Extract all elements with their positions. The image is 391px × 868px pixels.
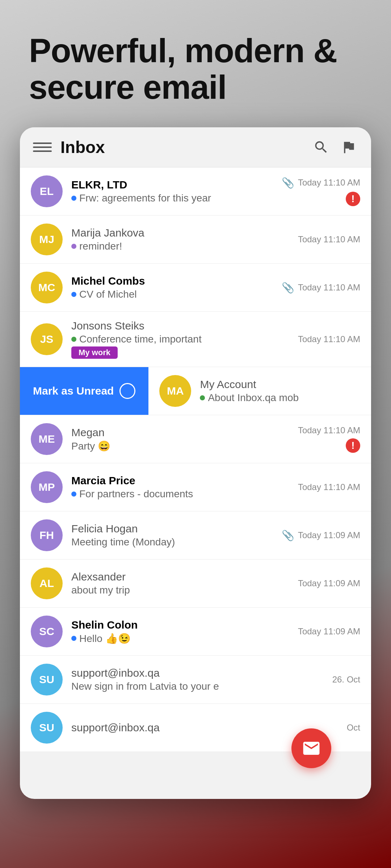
avatar: MJ	[31, 224, 63, 255]
unread-dot	[71, 337, 76, 342]
email-sender: Michel Combs	[71, 275, 277, 287]
avatar: ME	[31, 423, 63, 455]
email-item[interactable]: SU support@inbox.qa New sign in from Lat…	[20, 656, 371, 704]
email-time: Today 11:10 AM	[298, 234, 360, 244]
email-meta: 26. Oct	[332, 675, 360, 685]
email-item[interactable]: EL ELKR, LTD Frw: agreements for this ye…	[20, 167, 371, 216]
unread-dot	[71, 244, 76, 249]
hero-section: Powerful, modern & secure email	[0, 0, 391, 127]
email-meta: Today 11:10 AM	[298, 234, 360, 244]
email-subject: CV of Michel	[79, 289, 137, 300]
email-item[interactable]: MP Marcia Price For partners - documents…	[20, 463, 371, 511]
email-meta: 📎 Today 11:09 AM	[282, 529, 360, 541]
avatar: AL	[31, 567, 63, 599]
email-time: Today 11:09 AM	[298, 530, 360, 540]
email-content: Marija Jankova reminder!	[71, 227, 294, 252]
email-content: Alexsander about my trip	[71, 571, 294, 596]
email-item[interactable]: MC Michel Combs CV of Michel 📎 Today 11:…	[20, 264, 371, 312]
swipe-circle-icon	[119, 383, 135, 399]
email-subject: Hello 👍😉	[79, 633, 131, 644]
email-item[interactable]: JS Jonsons Steiks Conference time, impor…	[20, 312, 371, 367]
avatar: FH	[31, 519, 63, 551]
email-sender: Marcia Price	[71, 475, 294, 487]
email-subject: Frw: agreements for this year	[79, 192, 211, 204]
avatar: MC	[31, 272, 63, 303]
email-sender: My Account	[200, 378, 360, 391]
email-sender: support@inbox.qa	[71, 667, 328, 679]
email-content: My Account About Inbox.qa mob	[200, 378, 360, 404]
avatar: JS	[31, 323, 63, 355]
email-time: Today 11:09 AM	[298, 626, 360, 637]
email-time: Today 11:10 AM	[298, 178, 360, 188]
inbox-title: Inbox	[60, 137, 312, 157]
avatar: EL	[31, 175, 63, 207]
email-meta: Today 11:10 AM !	[298, 425, 360, 453]
email-time: 26. Oct	[332, 675, 360, 685]
email-sender: Shelin Colon	[71, 619, 294, 631]
email-subject: For partners - documents	[79, 488, 193, 500]
compose-button[interactable]	[20, 730, 349, 777]
menu-button[interactable]	[33, 138, 52, 157]
compose-icon	[302, 739, 321, 758]
email-subject: Party 😄	[71, 440, 110, 452]
unread-dot	[200, 395, 205, 400]
email-meta: 📎 Today 11:10 AM	[282, 282, 360, 294]
mark-as-unread-label: Mark as Unread	[33, 385, 114, 397]
email-subject: about my trip	[71, 584, 130, 596]
email-time: Today 11:10 AM	[298, 482, 360, 492]
email-content: Michel Combs CV of Michel	[71, 275, 277, 300]
email-item[interactable]: ME Megan Party 😄 Today 11:10 AM !	[20, 415, 371, 463]
attachment-icon: 📎	[282, 282, 294, 294]
fab-inner	[291, 728, 331, 768]
hero-title: Powerful, modern & secure email	[29, 33, 362, 106]
email-content: Megan Party 😄	[71, 426, 294, 452]
email-subject: New sign in from Latvia to your e	[71, 681, 219, 692]
email-item[interactable]: MA My Account About Inbox.qa mob	[148, 367, 371, 415]
email-list: EL ELKR, LTD Frw: agreements for this ye…	[20, 167, 371, 752]
attachment-icon: 📎	[282, 529, 294, 541]
unread-dot	[71, 196, 76, 201]
email-time: Today 11:10 AM	[298, 282, 360, 293]
email-sender: Alexsander	[71, 571, 294, 583]
important-icon: !	[346, 438, 360, 453]
email-content: ELKR, LTD Frw: agreements for this year	[71, 179, 277, 204]
email-sender: Marija Jankova	[71, 227, 294, 239]
important-icon: !	[346, 192, 360, 206]
header-icons	[312, 138, 358, 157]
unread-dot	[71, 636, 76, 641]
unread-dot	[71, 492, 76, 497]
email-subject: Meeting time (Monday)	[71, 536, 175, 548]
email-item[interactable]: MJ Marija Jankova reminder! Today 11:10 …	[20, 216, 371, 264]
email-meta: Today 11:09 AM	[298, 626, 360, 637]
email-time: Today 11:09 AM	[298, 578, 360, 588]
avatar: MA	[159, 375, 191, 407]
email-sender: Felicia Hogan	[71, 523, 277, 535]
email-time: Today 11:10 AM	[298, 334, 360, 344]
email-meta: Today 11:10 AM	[298, 334, 360, 344]
avatar: MP	[31, 471, 63, 503]
email-sender: Megan	[71, 426, 294, 439]
app-header: Inbox	[20, 127, 371, 167]
avatar: SU	[31, 664, 63, 695]
email-content: Marcia Price For partners - documents	[71, 475, 294, 500]
attachment-icon: 📎	[282, 177, 294, 189]
app-card: Inbox EL ELKR, LTD Frw: agreements for t…	[20, 127, 371, 799]
swipe-row: Mark as Unread MA My Account About Inbox…	[20, 367, 371, 415]
avatar: SC	[31, 616, 63, 647]
email-item[interactable]: AL Alexsander about my trip Today 11:09 …	[20, 559, 371, 608]
email-content: support@inbox.qa New sign in from Latvia…	[71, 667, 328, 692]
mark-as-unread-button[interactable]: Mark as Unread	[20, 367, 148, 415]
email-content: Shelin Colon Hello 👍😉	[71, 619, 294, 644]
email-subject: reminder!	[79, 241, 122, 252]
email-meta: Today 11:10 AM	[298, 482, 360, 492]
email-content: Jonsons Steiks Conference time, importan…	[71, 320, 294, 359]
email-content: Felicia Hogan Meeting time (Monday)	[71, 523, 277, 548]
email-item[interactable]: SC Shelin Colon Hello 👍😉 Today 11:09 AM	[20, 608, 371, 656]
email-tag: My work	[71, 346, 118, 359]
email-sender: Jonsons Steiks	[71, 320, 294, 332]
flag-button[interactable]	[339, 138, 358, 157]
email-item[interactable]: FH Felicia Hogan Meeting time (Monday) 📎…	[20, 511, 371, 559]
email-sender: ELKR, LTD	[71, 179, 277, 191]
email-meta: Today 11:09 AM	[298, 578, 360, 588]
search-button[interactable]	[312, 138, 331, 157]
